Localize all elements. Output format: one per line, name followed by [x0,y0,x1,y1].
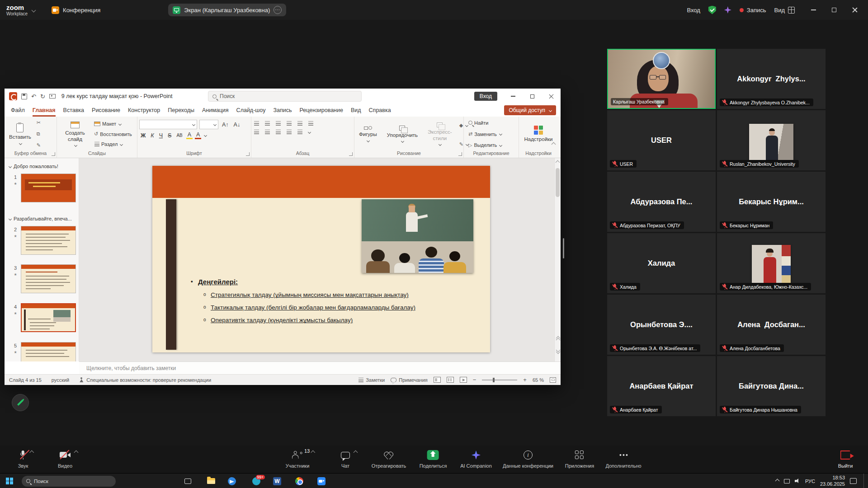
ai-sparkle-icon[interactable] [724,6,731,14]
font-color-dropdown-icon[interactable] [204,134,207,137]
start-button[interactable] [2,475,17,487]
undo-icon[interactable]: ↶ [31,93,36,100]
slide-thumbnail-2[interactable] [21,226,76,255]
numbering-icon[interactable] [264,121,271,126]
tab-draw[interactable]: Рисование [92,104,120,117]
video-button[interactable]: Видео [58,450,72,469]
section-button[interactable]: Раздел [94,140,132,148]
slide-thumbnail-4-selected[interactable] [21,303,76,332]
font-size-combo[interactable] [199,120,218,129]
bullets-icon[interactable] [253,121,260,126]
chat-options-icon[interactable] [354,450,358,455]
audio-button[interactable]: Звук [18,450,28,469]
tab-more-icon[interactable]: ⋯ [274,6,282,14]
tab-help[interactable]: Справка [369,104,391,117]
chat-button[interactable]: Чат [341,450,350,469]
tab-screen-share[interactable]: Экран (Карлыгаш Уразбековна) ⋯ [168,4,286,16]
annotation-button[interactable] [12,394,29,411]
meeting-info-button[interactable]: i Данные конференции [503,450,553,469]
font-color-button[interactable]: А [195,131,201,139]
comments-toggle[interactable]: Примечания [391,377,428,383]
normal-view-button[interactable] [434,377,441,383]
tab-record[interactable]: Запись [273,104,292,117]
signin-button[interactable]: Вход [687,7,700,14]
ppt-minimize-button[interactable] [504,89,523,104]
shapes-button[interactable]: Фигуры [356,118,380,150]
scrollbar-thumb[interactable] [556,168,560,197]
zoom-in-button[interactable]: + [523,376,527,383]
align-left-icon[interactable] [253,129,260,135]
share-screen-button[interactable]: Поделиться [420,450,447,469]
language-indicator[interactable]: русский [52,377,69,383]
strikethrough-button[interactable]: S [166,132,173,139]
new-slide-button[interactable]: Создать слайд [59,118,91,150]
file-explorer-button[interactable] [203,475,219,487]
language-switcher[interactable]: РУС [805,479,815,484]
align-right-icon[interactable] [275,129,282,135]
network-icon[interactable] [784,479,790,483]
participant-tile[interactable]: USER USER [607,110,716,170]
ppt-share-button[interactable]: Общий доступ [504,105,556,115]
zoom-app-button[interactable] [314,475,329,487]
zoom-out-button[interactable]: − [473,376,476,383]
decrease-indent-icon[interactable] [275,121,282,126]
dialog-launcher-icon[interactable] [458,152,462,156]
increase-indent-icon[interactable] [286,121,292,126]
section-header[interactable]: Добро пожаловать! [8,164,58,169]
addins-button[interactable]: Надстройки [521,118,555,150]
ai-companion-button[interactable]: AI Companion [460,450,492,469]
notes-toggle[interactable]: Заметки [358,377,385,383]
ppt-search-box[interactable]: Поиск [208,91,362,102]
zoom-slider[interactable] [482,380,517,380]
tray-expand-icon[interactable] [775,479,779,483]
paragraph-more-icon[interactable] [308,130,311,133]
tab-transitions[interactable]: Переходы [168,104,194,117]
panel-resize-handle[interactable] [563,238,564,258]
find-button[interactable]: Найти [468,119,517,127]
dialog-launcher-icon[interactable] [246,152,250,156]
tab-animations[interactable]: Анимация [202,104,229,117]
security-shield-icon[interactable] [708,6,716,14]
chrome-button[interactable] [292,475,307,487]
text-direction-icon[interactable] [307,121,314,126]
participant-tile-video[interactable]: Карлыгаш Уразбековна [607,49,716,109]
tab-home[interactable]: Главная [33,104,56,117]
italic-button[interactable]: К [149,132,155,139]
copy-icon[interactable]: ⧉ [37,131,41,137]
minimize-button[interactable] [803,0,824,20]
slide-thumbnail-3[interactable] [21,264,76,293]
tab-design[interactable]: Конструктор [128,104,160,117]
participant-tile[interactable]: Орынбетова Э.... Орынбетова Э.А. Ө.Жәніб… [607,295,716,355]
tab-slideshow[interactable]: Слайд-шоу [236,104,266,117]
taskbar-clock[interactable]: 18:53 23.06.2025 [820,475,845,488]
slide-canvas[interactable]: Деңгейлері: Стратегиялық талдау (ұйымның… [79,158,561,361]
previous-slide-button[interactable] [557,337,560,342]
section-header[interactable]: Разрабатывайте, впеча... [8,216,72,221]
participant-tile[interactable]: Байгутова Дина... Байгутова Динара Нышан… [717,356,826,416]
redo-icon[interactable]: ↻ [40,93,45,100]
maximize-button[interactable] [824,0,844,20]
slide-sorter-view-button[interactable] [447,377,454,383]
ppt-restore-button[interactable] [523,89,542,104]
format-painter-icon[interactable]: ✎ [37,142,41,148]
canvas-scrollbar[interactable] [554,158,561,361]
slideshow-icon[interactable] [49,94,56,99]
participant-tile[interactable]: Анарбаев Қайрат Анарбаев Қайрат [607,356,716,416]
line-spacing-icon[interactable] [297,121,303,126]
task-view-button[interactable] [180,475,195,487]
participants-button[interactable]: 13 Участники [286,450,310,469]
slide-text-block[interactable]: Деңгейлері: Стратегиялық талдау (ұйымның… [191,278,415,324]
participants-options-icon[interactable] [311,450,316,455]
chevron-down-icon[interactable] [32,8,36,12]
slideshow-view-button[interactable] [460,377,467,383]
reactions-button[interactable]: Отреагировать [372,450,406,469]
replace-button[interactable]: ⇄Заменить [468,130,517,138]
scroll-up-icon[interactable] [556,160,560,165]
shrink-font-button[interactable]: А↓ [232,122,242,128]
underline-button[interactable]: Ч [158,132,164,139]
select-button[interactable]: ▷Выделить [468,141,517,149]
arrange-button[interactable]: Упорядочить [384,118,420,150]
participant-tile[interactable]: Абдуразова Пе... Абдуразова Перизат, ОҚП… [607,172,716,232]
view-button[interactable]: Вид [774,7,795,14]
tab-meeting[interactable]: Конференция [52,6,100,14]
